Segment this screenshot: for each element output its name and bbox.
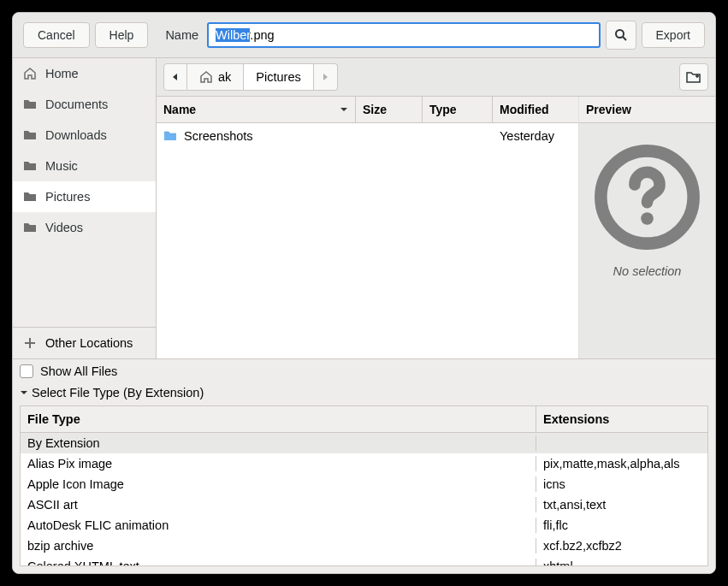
svg-point-3 xyxy=(641,212,654,225)
triangle-left-icon xyxy=(171,73,180,81)
filetype-row[interactable]: AutoDesk FLIC animationfli,flc xyxy=(21,515,707,536)
path-forward-button[interactable] xyxy=(314,63,338,91)
sidebar-item-home[interactable]: Home xyxy=(13,58,156,89)
other-locations[interactable]: Other Locations xyxy=(13,327,156,358)
file-size-cell xyxy=(356,127,423,145)
filetype-ext-cell: fli,flc xyxy=(536,518,707,533)
sidebar-item-label: Videos xyxy=(45,221,83,234)
filetype-ext-cell: xhtml xyxy=(536,559,707,565)
sidebar-item-videos[interactable]: Videos xyxy=(13,212,156,243)
path-segment-ak[interactable]: ak xyxy=(187,63,244,91)
column-header-modified[interactable]: Modified xyxy=(493,97,578,122)
filetype-header: File Type Extensions xyxy=(21,406,707,433)
search-button[interactable] xyxy=(606,21,636,50)
main: akPictures Name Size Type xyxy=(157,58,715,358)
file-rows: ScreenshotsYesterday xyxy=(157,123,578,358)
file-list: Name Size Type Modified ScreenshotsYeste… xyxy=(157,97,578,358)
filetype-ext-cell: txt,ansi,text xyxy=(536,497,707,512)
sidebar-item-documents[interactable]: Documents xyxy=(13,89,156,120)
home-icon xyxy=(23,67,37,80)
filetype-row[interactable]: ASCII arttxt,ansi,text xyxy=(21,494,707,515)
file-name-label: Screenshots xyxy=(184,129,253,143)
filetype-type-cell: Apple Icon Image xyxy=(21,476,536,492)
path-segment-pictures[interactable]: Pictures xyxy=(244,63,313,91)
filetype-table: File Type Extensions By ExtensionAlias P… xyxy=(20,405,708,566)
sort-desc-icon xyxy=(340,105,348,114)
bottom-panel: Show All Files Select File Type (By Exte… xyxy=(13,358,715,573)
preview-header: Preview xyxy=(579,97,715,123)
filetype-row[interactable]: Alias Pix imagepix,matte,mask,alpha,als xyxy=(21,453,707,474)
folder-icon xyxy=(23,159,37,173)
folder-icon xyxy=(23,190,37,204)
path-back-button[interactable] xyxy=(163,63,187,91)
file-name-cell: Screenshots xyxy=(157,127,356,145)
sidebar-item-label: Music xyxy=(45,159,78,173)
show-all-row: Show All Files xyxy=(13,359,715,383)
sidebar-items: HomeDocumentsDownloadsMusicPicturesVideo… xyxy=(13,58,156,327)
folder-icon xyxy=(163,129,177,143)
file-dialog: Cancel Help Name Export HomeDocumentsDow… xyxy=(12,12,716,574)
column-header-size[interactable]: Size xyxy=(356,97,423,122)
new-folder-icon xyxy=(686,70,701,84)
create-folder-button[interactable] xyxy=(679,63,708,91)
export-button[interactable]: Export xyxy=(642,22,705,48)
sidebar-item-label: Home xyxy=(45,67,79,80)
filetype-expander[interactable]: Select File Type (By Extension) xyxy=(13,383,715,402)
question-icon xyxy=(594,144,701,251)
column-header-name[interactable]: Name xyxy=(157,97,356,122)
home-icon xyxy=(199,70,213,84)
folder-icon xyxy=(23,221,37,234)
filetype-type-cell: Colored XHTML text xyxy=(21,559,536,565)
search-icon xyxy=(614,28,628,42)
sidebar-item-label: Downloads xyxy=(45,128,107,142)
file-modified-cell: Yesterday xyxy=(493,127,578,145)
column-header-type[interactable]: Type xyxy=(423,97,493,122)
help-button[interactable]: Help xyxy=(95,22,149,48)
filetype-row[interactable]: By Extension xyxy=(21,433,707,453)
body: HomeDocumentsDownloadsMusicPicturesVideo… xyxy=(13,58,715,358)
show-all-label: Show All Files xyxy=(40,364,117,378)
preview-no-selection: No selection xyxy=(613,264,682,278)
preview-body: No selection xyxy=(594,123,701,358)
toolbar: Cancel Help Name Export xyxy=(13,13,715,58)
folder-icon xyxy=(23,128,37,142)
filetype-type-cell: AutoDesk FLIC animation xyxy=(21,518,536,533)
other-locations-label: Other Locations xyxy=(45,336,133,350)
sidebar-item-label: Pictures xyxy=(45,190,90,204)
filetype-col-ext[interactable]: Extensions xyxy=(536,406,707,432)
sidebar-item-downloads[interactable]: Downloads xyxy=(13,120,156,151)
sidebar: HomeDocumentsDownloadsMusicPicturesVideo… xyxy=(13,58,157,358)
plus-icon xyxy=(23,336,37,350)
filetype-type-cell: bzip archive xyxy=(21,538,536,553)
filetype-row[interactable]: Colored XHTML textxhtml xyxy=(21,556,707,565)
name-label: Name xyxy=(165,28,198,42)
content-row: Name Size Type Modified ScreenshotsYeste… xyxy=(157,97,715,358)
sidebar-item-pictures[interactable]: Pictures xyxy=(13,181,156,212)
sidebar-item-label: Documents xyxy=(45,98,108,111)
triangle-right-icon xyxy=(321,73,329,81)
sidebar-item-music[interactable]: Music xyxy=(13,151,156,181)
show-all-checkbox[interactable] xyxy=(20,364,33,378)
filetype-ext-cell: icns xyxy=(536,476,707,492)
cancel-button[interactable]: Cancel xyxy=(23,22,90,48)
filetype-rows: By ExtensionAlias Pix imagepix,matte,mas… xyxy=(21,433,707,565)
name-row: Name xyxy=(165,22,600,48)
filetype-ext-cell: xcf.bz2,xcfbz2 xyxy=(536,538,707,553)
file-row[interactable]: ScreenshotsYesterday xyxy=(157,123,578,149)
preview-panel: Preview No selection xyxy=(578,97,715,358)
file-headers: Name Size Type Modified xyxy=(157,97,578,123)
svg-line-1 xyxy=(623,37,626,40)
svg-point-0 xyxy=(616,30,624,38)
path-segment-label: Pictures xyxy=(256,70,300,84)
filetype-row[interactable]: bzip archivexcf.bz2,xcfbz2 xyxy=(21,536,707,556)
column-name-label: Name xyxy=(163,103,196,116)
triangle-down-icon xyxy=(20,388,28,397)
folder-icon xyxy=(23,98,37,111)
file-type-cell xyxy=(423,127,493,145)
filename-input[interactable] xyxy=(207,22,600,48)
filetype-ext-cell xyxy=(536,435,707,451)
filetype-col-type[interactable]: File Type xyxy=(21,406,536,432)
filetype-type-cell: Alias Pix image xyxy=(21,456,536,471)
filetype-row[interactable]: Apple Icon Imageicns xyxy=(21,474,707,494)
expander-label: Select File Type (By Extension) xyxy=(32,386,204,400)
